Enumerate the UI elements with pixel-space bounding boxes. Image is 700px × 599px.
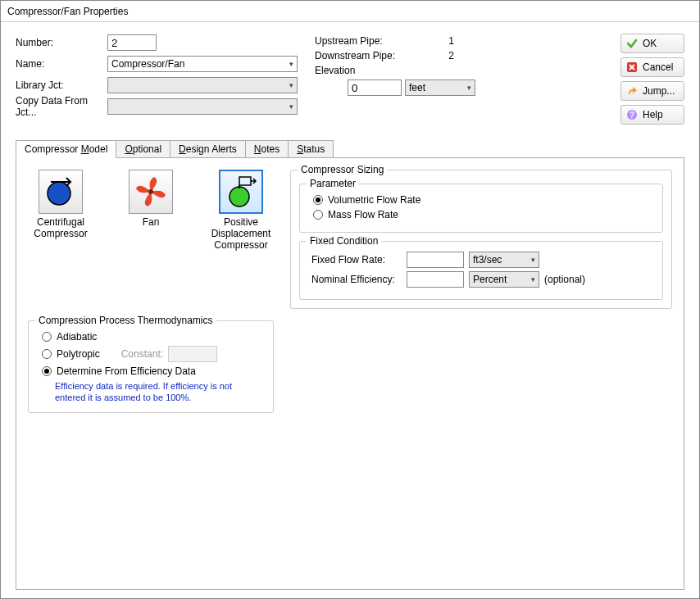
- tab-optional[interactable]: Optional: [116, 140, 170, 157]
- nominal-label: Nominal Efficiency:: [311, 274, 402, 285]
- upstream-value: 1: [430, 35, 454, 47]
- dialog-window: Compressor/Fan Properties Number: Name: …: [0, 0, 700, 599]
- nominal-input[interactable]: [407, 271, 464, 288]
- tab-compressor-model[interactable]: Compressor Model: [16, 140, 116, 158]
- cancel-button[interactable]: Cancel: [620, 57, 684, 77]
- radio-icon: [313, 210, 323, 220]
- constant-input: [168, 346, 217, 362]
- parameter-legend: Parameter: [307, 178, 359, 189]
- window-title: Compressor/Fan Properties: [1, 1, 699, 22]
- elevation-unit-combo[interactable]: feet ▾: [405, 79, 475, 96]
- model-positive[interactable]: Positive Displacement Compressor: [208, 170, 274, 251]
- chevron-down-icon: ▾: [289, 102, 293, 111]
- model-positive-label: Positive Displacement Compressor: [211, 217, 271, 251]
- fixed-condition-group: Fixed Condition Fixed Flow Rate: ft3/sec…: [299, 241, 663, 300]
- jump-icon: [626, 85, 638, 97]
- content-area: Number: Name: Compressor/Fan ▾ Library J…: [1, 22, 699, 599]
- cancel-button-label: Cancel: [643, 61, 673, 73]
- library-label: Library Jct:: [16, 79, 107, 91]
- positive-icon: [219, 170, 263, 214]
- radio-icon: [42, 332, 52, 342]
- tab-status[interactable]: Status: [288, 140, 334, 157]
- parameter-group: Parameter Volumetric Flow Rate Mass Flow…: [299, 184, 663, 233]
- library-combo[interactable]: ▾: [107, 77, 298, 93]
- tab-panel: Centrifugal Compressor Fan: [16, 157, 684, 590]
- thermo-legend: Compression Process Thermodynamics: [35, 315, 216, 326]
- model-icons: Centrifugal Compressor Fan: [28, 170, 274, 251]
- ok-button-label: OK: [643, 38, 657, 49]
- number-input[interactable]: [107, 34, 157, 51]
- radio-icon: [313, 195, 323, 205]
- thermo-group: Compression Process Thermodynamics Adiab…: [28, 320, 274, 413]
- radio-determine[interactable]: Determine From Efficiency Data: [42, 365, 265, 377]
- name-label: Name:: [16, 58, 107, 70]
- number-label: Number:: [16, 37, 107, 48]
- elevation-input[interactable]: [348, 79, 402, 96]
- chevron-down-icon: ▾: [289, 81, 293, 89]
- help-button[interactable]: ? Help: [620, 105, 684, 125]
- dialog-buttons: OK Cancel Jump... ? Help: [593, 34, 684, 125]
- jump-button[interactable]: Jump...: [620, 81, 684, 101]
- elevation-label: Elevation: [315, 65, 593, 76]
- help-button-label: Help: [643, 109, 663, 120]
- radio-adiabatic[interactable]: Adiabatic: [42, 331, 265, 343]
- svg-point-5: [230, 187, 249, 206]
- tab-design-alerts[interactable]: Design Alerts: [170, 140, 246, 157]
- model-centrifugal[interactable]: Centrifugal Compressor: [28, 170, 93, 251]
- cancel-icon: [626, 61, 638, 73]
- fixed-flow-label: Fixed Flow Rate:: [311, 254, 402, 265]
- left-fields: Number: Name: Compressor/Fan ▾ Library J…: [16, 34, 307, 119]
- chevron-down-icon: ▾: [289, 60, 293, 68]
- model-fan[interactable]: Fan: [118, 170, 184, 251]
- radio-icon: [42, 349, 52, 359]
- tabstrip: Compressor Model Optional Design Alerts …: [16, 139, 684, 157]
- radio-volumetric[interactable]: Volumetric Flow Rate: [313, 194, 654, 206]
- radio-polytropic[interactable]: Polytropic Constant:: [42, 346, 265, 362]
- constant-label: Constant:: [121, 348, 163, 360]
- check-icon: [626, 38, 638, 49]
- help-icon: ?: [626, 109, 638, 120]
- ok-button[interactable]: OK: [620, 34, 684, 53]
- name-combo-value: Compressor/Fan: [111, 58, 184, 70]
- copy-label: Copy Data From Jct...: [16, 95, 107, 118]
- compressor-sizing-legend: Compressor Sizing: [298, 164, 387, 175]
- copy-combo[interactable]: ▾: [107, 98, 298, 115]
- elevation-unit-value: feet: [409, 82, 425, 93]
- radio-icon: [42, 366, 52, 376]
- tab-notes[interactable]: Notes: [245, 140, 289, 157]
- chevron-down-icon: ▾: [467, 84, 471, 92]
- chevron-down-icon: ▾: [531, 275, 535, 284]
- fixed-flow-unit-combo[interactable]: ft3/sec ▾: [469, 252, 539, 268]
- fixed-condition-legend: Fixed Condition: [307, 235, 381, 247]
- svg-point-4: [148, 189, 153, 194]
- jump-button-label: Jump...: [643, 85, 675, 97]
- fan-icon: [129, 170, 173, 214]
- model-fan-label: Fan: [143, 217, 160, 229]
- name-combo[interactable]: Compressor/Fan ▾: [107, 56, 298, 72]
- downstream-label: Downstream Pipe:: [315, 50, 430, 61]
- nominal-unit-combo[interactable]: Percent ▾: [469, 271, 539, 288]
- compressor-sizing-group: Compressor Sizing Parameter Volumetric F…: [290, 170, 672, 309]
- svg-rect-6: [239, 177, 251, 185]
- fixed-flow-input[interactable]: [407, 252, 464, 268]
- upstream-label: Upstream Pipe:: [315, 35, 430, 47]
- svg-text:?: ?: [630, 111, 634, 120]
- chevron-down-icon: ▾: [531, 256, 535, 264]
- radio-mass[interactable]: Mass Flow Rate: [313, 209, 654, 220]
- centrifugal-icon: [39, 170, 83, 214]
- model-centrifugal-label: Centrifugal Compressor: [34, 217, 87, 240]
- thermo-hint: Efficiency data is required. If efficien…: [55, 380, 252, 404]
- downstream-value: 2: [430, 50, 454, 61]
- optional-label: (optional): [544, 274, 585, 285]
- pipe-fields: Upstream Pipe: 1 Downstream Pipe: 2 Elev…: [307, 34, 593, 96]
